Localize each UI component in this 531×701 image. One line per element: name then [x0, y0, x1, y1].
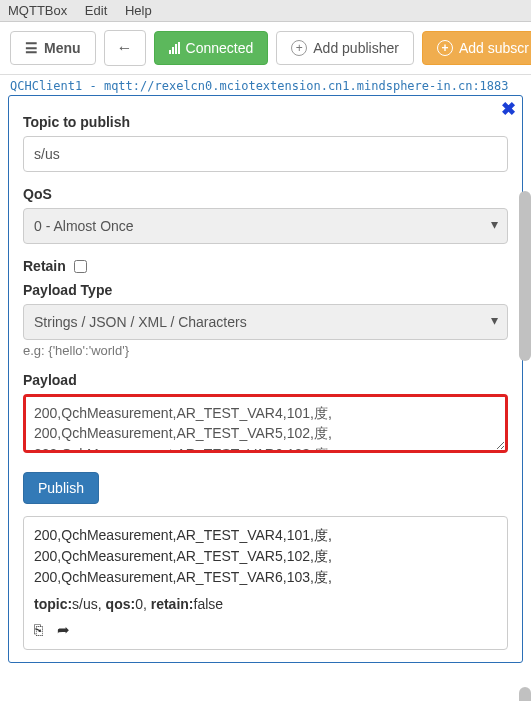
menu-help[interactable]: Help — [125, 3, 152, 18]
add-subscriber-button[interactable]: + Add subscr — [422, 31, 531, 65]
plus-circle-icon: + — [291, 40, 307, 56]
history-meta: topic:s/us, qos:0, retain:false — [34, 594, 497, 615]
payload-type-label: Payload Type — [23, 282, 508, 298]
scrollbar-thumb[interactable] — [519, 191, 531, 361]
history-retain-label: retain: — [151, 596, 194, 612]
signal-icon — [169, 42, 180, 54]
history-qos-label: qos: — [106, 596, 136, 612]
history-topic-value: s/us — [72, 596, 98, 612]
menu-button[interactable]: ☰ Menu — [10, 31, 96, 65]
publisher-panel-wrap: ✖ Topic to publish QoS 0 - Almost Once R… — [0, 95, 531, 671]
connected-label: Connected — [186, 40, 254, 56]
add-publisher-label: Add publisher — [313, 40, 399, 56]
topic-label: Topic to publish — [23, 114, 508, 130]
menu-edit[interactable]: Edit — [85, 3, 107, 18]
share-icon[interactable]: ➦ — [57, 619, 70, 642]
add-publisher-button[interactable]: + Add publisher — [276, 31, 414, 65]
retain-label: Retain — [23, 258, 66, 274]
history-actions: ⎘ ➦ — [34, 619, 497, 642]
publisher-panel: ✖ Topic to publish QoS 0 - Almost Once R… — [8, 95, 523, 663]
payload-type-select[interactable]: Strings / JSON / XML / Characters — [23, 304, 508, 340]
payload-type-hint: e.g: {'hello':'world'} — [23, 343, 508, 358]
hamburger-icon: ☰ — [25, 40, 38, 56]
toolbar: ☰ Menu ← Connected + Add publisher + Add… — [0, 22, 531, 75]
qos-label: QoS — [23, 186, 508, 202]
payload-label: Payload — [23, 372, 508, 388]
retain-checkbox[interactable] — [74, 260, 87, 273]
history-payload: 200,QchMeasurement,AR_TEST_VAR4,101,度, 2… — [34, 525, 497, 588]
publish-button-label: Publish — [38, 480, 84, 496]
qos-select-wrap: 0 - Almost Once — [23, 208, 508, 244]
qos-select[interactable]: 0 - Almost Once — [23, 208, 508, 244]
publish-button[interactable]: Publish — [23, 472, 99, 504]
close-icon[interactable]: ✖ — [501, 98, 516, 120]
window-menubar: MQTTBox Edit Help — [0, 0, 531, 22]
plus-circle-icon: + — [437, 40, 453, 56]
app-name: MQTTBox — [8, 3, 67, 18]
retain-row: Retain — [23, 258, 508, 274]
scrollbar-thumb-inner[interactable] — [519, 687, 531, 701]
payload-input[interactable] — [23, 394, 508, 453]
topic-input[interactable] — [23, 136, 508, 172]
add-subscriber-label: Add subscr — [459, 40, 529, 56]
client-connection-string: QCHClient1 - mqtt://rexelcn0.mciotextens… — [0, 75, 531, 95]
arrow-left-icon: ← — [117, 39, 133, 57]
history-topic-label: topic: — [34, 596, 72, 612]
payload-type-select-wrap: Strings / JSON / XML / Characters — [23, 304, 508, 340]
copy-icon[interactable]: ⎘ — [34, 619, 43, 642]
history-retain-value: false — [194, 596, 224, 612]
history-qos-value: 0 — [135, 596, 143, 612]
menu-button-label: Menu — [44, 40, 81, 56]
back-button[interactable]: ← — [104, 30, 146, 66]
connected-button[interactable]: Connected — [154, 31, 269, 65]
publish-history: 200,QchMeasurement,AR_TEST_VAR4,101,度, 2… — [23, 516, 508, 651]
